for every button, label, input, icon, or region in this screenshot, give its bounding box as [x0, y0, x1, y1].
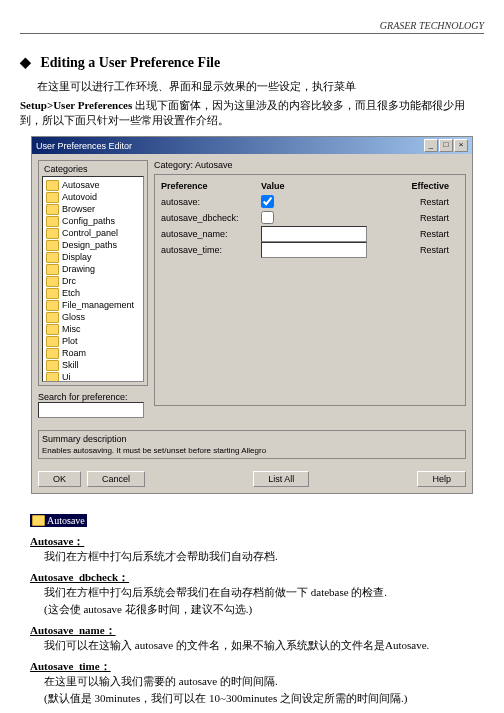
maximize-button[interactable]: □ — [439, 139, 453, 152]
pref-text-input[interactable] — [261, 226, 367, 242]
term-title: Autosave： — [30, 534, 484, 549]
term-title: Autosave_dbcheck： — [30, 570, 484, 585]
company-header: GRASER TECHNOLOGY — [20, 20, 484, 34]
close-button[interactable]: × — [454, 139, 468, 152]
folder-icon — [46, 324, 59, 335]
folder-icon — [46, 192, 59, 203]
section-title: ◆ Editing a User Preference File — [20, 54, 484, 71]
term-title: Autosave_name： — [30, 623, 484, 638]
summary-box: Summary description Enables autosaving. … — [38, 430, 466, 459]
pref-row: autosave_name:Restart — [161, 227, 459, 241]
tree-item[interactable]: Control_panel — [45, 227, 141, 239]
folder-icon — [46, 348, 59, 359]
pref-checkbox[interactable] — [261, 211, 274, 224]
folder-icon — [46, 300, 59, 311]
categories-fieldset: Categories AutosaveAutovoidBrowserConfig… — [38, 160, 148, 386]
term-text: 我们在方框中打勾后系统会帮我们在自动存档前做一下 datebase 的检查. — [44, 585, 484, 600]
category-tree[interactable]: AutosaveAutovoidBrowserConfig_pathsContr… — [42, 176, 144, 382]
selected-folder-badge: Autosave — [30, 514, 87, 527]
tree-item[interactable]: Drc — [45, 275, 141, 287]
folder-icon — [46, 288, 59, 299]
tree-item[interactable]: Drawing — [45, 263, 141, 275]
folder-icon — [46, 336, 59, 347]
tree-item[interactable]: Design_paths — [45, 239, 141, 251]
tree-item[interactable]: File_management — [45, 299, 141, 311]
pref-row: autosave:Restart — [161, 195, 459, 209]
term-title: Autosave_time： — [30, 659, 484, 674]
window-title: User Preferences Editor — [36, 141, 132, 151]
ok-button[interactable]: OK — [38, 471, 81, 487]
tree-item[interactable]: Display — [45, 251, 141, 263]
term-text: 我们在方框中打勾后系统才会帮助我们自动存档. — [44, 549, 484, 564]
button-row: OK Cancel List All Help — [32, 465, 472, 493]
intro-line1: 在这里可以进行工作环境、界面和显示效果的一些设定，执行菜单 — [20, 79, 484, 94]
tree-item[interactable]: Autovoid — [45, 191, 141, 203]
tree-item[interactable]: Autosave — [45, 179, 141, 191]
folder-icon — [46, 216, 59, 227]
tree-item[interactable]: Plot — [45, 335, 141, 347]
pref-row: autosave_dbcheck:Restart — [161, 211, 459, 225]
folder-icon — [46, 312, 59, 323]
folder-icon — [46, 276, 59, 287]
term-text: (这会使 autosave 花很多时间，建议不勾选.) — [44, 602, 484, 617]
tree-item[interactable]: Skill — [45, 359, 141, 371]
folder-icon — [46, 204, 59, 215]
pref-header: Preference Value Effective — [161, 181, 459, 191]
tree-item[interactable]: Config_paths — [45, 215, 141, 227]
folder-icon — [46, 252, 59, 263]
folder-icon — [46, 240, 59, 251]
tree-item[interactable]: Gloss — [45, 311, 141, 323]
folder-icon — [46, 264, 59, 275]
tree-item[interactable]: Roam — [45, 347, 141, 359]
minimize-button[interactable]: _ — [424, 139, 438, 152]
tree-item[interactable]: Ui — [45, 371, 141, 382]
folder-icon — [46, 180, 59, 191]
help-button[interactable]: Help — [417, 471, 466, 487]
titlebar: User Preferences Editor _ □ × — [32, 137, 472, 154]
preferences-window: User Preferences Editor _ □ × Categories… — [31, 136, 473, 494]
tree-item[interactable]: Browser — [45, 203, 141, 215]
pref-checkbox[interactable] — [261, 195, 274, 208]
term-text: (默认值是 30minutes，我们可以在 10~300minutes 之间设定… — [44, 691, 484, 706]
tree-item[interactable]: Etch — [45, 287, 141, 299]
listall-button[interactable]: List All — [253, 471, 309, 487]
intro-line2: Setup>User Preferences 出现下面窗体，因为这里涉及的内容比… — [20, 98, 484, 128]
folder-icon — [32, 515, 45, 526]
search-section: Search for preference: — [38, 392, 148, 418]
folder-icon — [46, 228, 59, 239]
search-input[interactable] — [38, 402, 144, 418]
folder-icon — [46, 372, 59, 383]
pref-text-input[interactable] — [261, 242, 367, 258]
term-text: 我们可以在这输入 autosave 的文件名，如果不输入系统默认的文件名是Aut… — [44, 638, 484, 653]
current-category: Category: Autosave — [154, 160, 466, 170]
folder-icon — [46, 360, 59, 371]
term-text: 在这里可以输入我们需要的 autosave 的时间间隔. — [44, 674, 484, 689]
cancel-button[interactable]: Cancel — [87, 471, 145, 487]
pref-row: autosave_time:Restart — [161, 243, 459, 257]
diamond-icon: ◆ — [20, 54, 31, 71]
tree-item[interactable]: Misc — [45, 323, 141, 335]
